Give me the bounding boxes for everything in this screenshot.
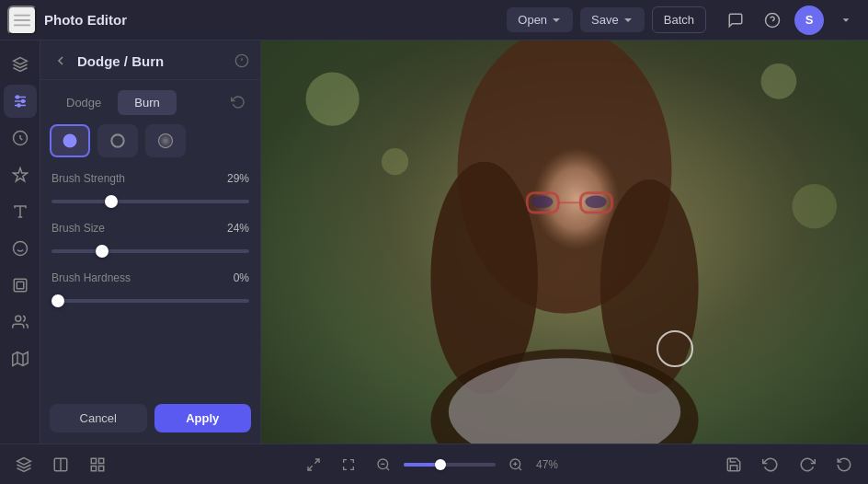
panel-title: Dodge / Burn (77, 53, 227, 69)
svg-point-10 (17, 104, 20, 107)
zoom-out-button[interactable] (369, 450, 398, 479)
bottom-right-tools (717, 448, 868, 481)
zoom-controls: 47% (299, 450, 569, 479)
tabs-row: Dodge Burn (40, 80, 260, 115)
zoom-value: 47% (536, 458, 569, 471)
hardness-value: 0% (234, 271, 249, 284)
batch-button[interactable]: Batch (652, 6, 706, 33)
open-button[interactable]: Open (507, 7, 573, 32)
svg-rect-49 (91, 458, 96, 463)
sidebar-item-stickers[interactable] (4, 232, 37, 265)
brush-modes (40, 115, 260, 165)
sidebar-item-objects[interactable] (4, 342, 37, 375)
svg-rect-0 (14, 14, 30, 16)
save-state-button[interactable] (717, 448, 750, 481)
svg-marker-20 (12, 352, 28, 366)
zoom-fit-button[interactable] (334, 450, 363, 479)
menu-button[interactable] (7, 6, 37, 35)
save-button[interactable]: Save (580, 7, 645, 32)
slider-size-section: Brush Size 24% (40, 214, 260, 264)
chat-button[interactable] (721, 6, 750, 35)
canvas-area[interactable] (261, 40, 868, 444)
brush-mode-soft[interactable] (145, 124, 186, 157)
hardness-slider[interactable] (51, 299, 249, 303)
compare-button[interactable] (44, 448, 77, 481)
sidebar-item-people[interactable] (4, 305, 37, 339)
sidebar-item-text[interactable] (4, 195, 37, 228)
zoom-slider-track[interactable] (404, 463, 496, 467)
svg-point-26 (63, 134, 77, 148)
left-sidebar (0, 40, 40, 444)
svg-point-31 (306, 73, 360, 126)
tab-dodge[interactable]: Dodge (50, 90, 118, 115)
slider-hardness-section: Brush Hardness 0% (40, 264, 260, 314)
apply-button[interactable]: Apply (154, 404, 252, 432)
svg-point-19 (15, 316, 20, 321)
svg-point-34 (382, 148, 408, 175)
size-value: 24% (227, 222, 249, 235)
strength-value: 29% (227, 172, 249, 185)
top-bar-right: S (721, 6, 861, 35)
svg-point-33 (793, 184, 838, 229)
sidebar-item-adjustments[interactable] (4, 85, 37, 118)
svg-rect-50 (99, 458, 104, 463)
grid-button[interactable] (81, 448, 114, 481)
undo-button[interactable] (754, 448, 787, 481)
sidebar-item-filters[interactable] (4, 121, 37, 155)
panel-info-button[interactable] (234, 53, 249, 68)
help-button[interactable] (758, 6, 787, 35)
svg-point-38 (585, 196, 606, 209)
svg-rect-1 (14, 19, 30, 21)
svg-rect-17 (14, 279, 27, 292)
reset-all-button[interactable] (828, 448, 861, 481)
svg-point-9 (21, 100, 24, 103)
svg-line-54 (308, 466, 313, 470)
strength-slider[interactable] (51, 200, 249, 203)
panel-header: Dodge / Burn (40, 40, 260, 80)
svg-rect-18 (17, 282, 24, 289)
svg-marker-4 (13, 58, 27, 65)
hardness-label: Brush Hardness (51, 271, 131, 284)
brush-mode-outline[interactable] (97, 124, 138, 157)
cancel-button[interactable]: Cancel (50, 404, 147, 432)
strength-label: Brush Strength (51, 172, 125, 185)
avatar-menu-button[interactable] (831, 6, 861, 35)
sidebar-item-layers[interactable] (4, 48, 37, 81)
brush-mode-solid[interactable] (50, 124, 90, 157)
panel-buttons: Cancel Apply (40, 393, 260, 444)
slider-strength-section: Brush Strength 29% (40, 165, 260, 214)
sidebar-item-effects[interactable] (4, 158, 37, 191)
redo-button[interactable] (791, 448, 824, 481)
svg-point-14 (13, 242, 27, 256)
layers-bottom-button[interactable] (7, 448, 40, 481)
app-title: Photo Editor (44, 12, 127, 28)
svg-line-59 (519, 467, 521, 470)
svg-point-32 (761, 63, 797, 99)
tab-burn[interactable]: Burn (118, 90, 176, 115)
size-slider[interactable] (51, 249, 249, 253)
photo-overlay (261, 40, 868, 444)
svg-line-56 (386, 467, 389, 470)
panel: Dodge / Burn Dodge Burn (40, 40, 261, 444)
svg-rect-51 (91, 466, 96, 470)
svg-point-27 (111, 134, 123, 146)
svg-rect-52 (99, 466, 104, 470)
svg-rect-2 (14, 24, 30, 26)
svg-point-8 (16, 96, 18, 98)
top-bar: Photo Editor Open Save Batch S (0, 0, 868, 40)
bottom-bar: 47% (0, 444, 868, 484)
avatar[interactable]: S (794, 6, 824, 35)
fullscreen-button[interactable] (299, 450, 328, 479)
zoom-in-button[interactable] (501, 450, 531, 479)
size-label: Brush Size (51, 222, 105, 235)
sidebar-item-frames[interactable] (4, 269, 37, 302)
panel-back-button[interactable] (51, 52, 70, 70)
bottom-left-tools (0, 448, 114, 481)
main-area: Dodge / Burn Dodge Burn (0, 40, 868, 444)
svg-line-53 (314, 459, 319, 464)
svg-point-37 (531, 196, 553, 209)
reset-button[interactable] (225, 89, 251, 115)
svg-marker-46 (17, 457, 31, 465)
